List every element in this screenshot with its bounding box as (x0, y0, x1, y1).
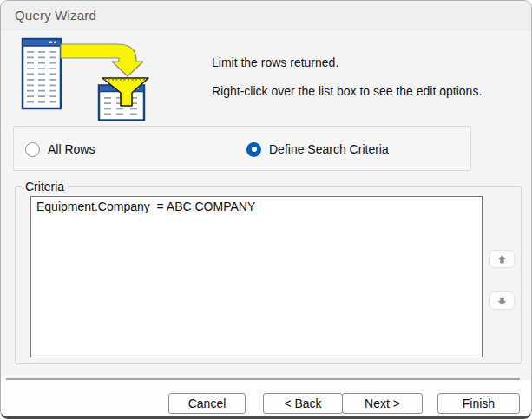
next-button[interactable]: Next > (342, 393, 423, 414)
query-wizard-dialog: Query Wizard Limi (0, 0, 532, 419)
all-rows-label: All Rows (48, 142, 95, 156)
move-up-button[interactable] (489, 250, 515, 268)
finish-button[interactable]: Finish (437, 393, 520, 414)
move-down-button[interactable] (489, 291, 515, 310)
radio-option-all-rows[interactable]: All Rows (25, 127, 95, 172)
criteria-group-label: Criteria (22, 180, 68, 193)
back-button[interactable]: < Back (263, 393, 343, 414)
tables-filter-funnel-icon (18, 36, 157, 124)
intro-line-1: Limit the rows returned. (212, 56, 338, 69)
down-arrow-icon (496, 295, 509, 307)
radio-option-define-search-criteria[interactable]: Define Search Criteria (246, 127, 389, 172)
cancel-button[interactable]: Cancel (168, 393, 246, 414)
row-filter-options-group: All Rows Define Search Criteria (13, 126, 471, 171)
footer-button-bar: Cancel < Back Next > Finish (1, 380, 531, 416)
radio-selected-icon[interactable] (246, 142, 261, 157)
define-search-criteria-label: Define Search Criteria (269, 142, 389, 156)
flow-arrow-icon (61, 44, 143, 76)
window-title: Query Wizard (15, 8, 96, 23)
radio-unselected-icon[interactable] (25, 142, 40, 157)
up-arrow-icon (496, 253, 509, 265)
large-table-icon (23, 39, 61, 108)
criteria-list-item[interactable]: Equipment.Company = ABC COMPANY (31, 197, 482, 213)
intro-line-2: Right-click over the list box to see the… (212, 84, 482, 98)
criteria-listbox[interactable]: Equipment.Company = ABC COMPANY (30, 196, 483, 357)
title-bar[interactable]: Query Wizard (1, 1, 531, 30)
